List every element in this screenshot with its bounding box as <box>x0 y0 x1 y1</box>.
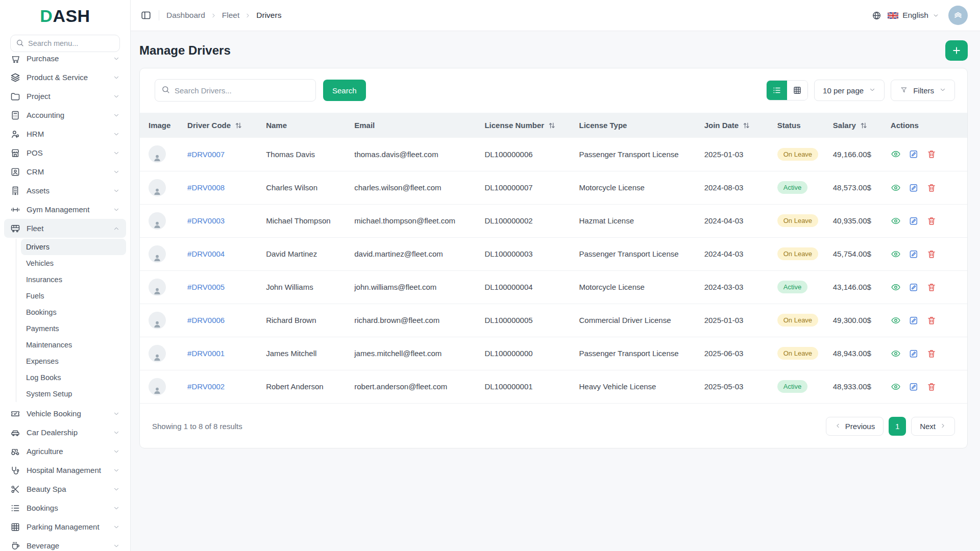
actions-cell <box>886 304 967 337</box>
sort-icon[interactable] <box>234 121 242 130</box>
previous-page-button[interactable]: Previous <box>826 417 884 436</box>
sidebar-item-parking-management[interactable]: Parking Management <box>4 517 126 536</box>
driver-code-link[interactable]: #DRV0003 <box>187 216 225 225</box>
sidebar-item-accounting[interactable]: Accounting <box>4 106 126 124</box>
sidebar-subitem-maintenances[interactable]: Maintenances <box>21 337 126 353</box>
sidebar-subitem-vehicles[interactable]: Vehicles <box>21 255 126 271</box>
next-page-button[interactable]: Next <box>911 417 955 436</box>
edit-button[interactable] <box>909 149 919 159</box>
edit-icon <box>909 348 919 359</box>
drivers-search-input[interactable] <box>175 86 309 95</box>
sidebar-subitem-payments[interactable]: Payments <box>21 320 126 337</box>
driver-code-link[interactable]: #DRV0007 <box>187 150 225 159</box>
view-button[interactable] <box>891 249 901 259</box>
driver-code-link[interactable]: #DRV0004 <box>187 249 225 258</box>
edit-button[interactable] <box>909 183 919 193</box>
sidebar-item-agriculture[interactable]: Agriculture <box>4 442 126 461</box>
edit-button[interactable] <box>909 348 919 359</box>
sort-icon[interactable] <box>548 121 556 130</box>
delete-button[interactable] <box>926 382 937 392</box>
sidebar-item-gym-management[interactable]: Gym Management <box>4 200 126 219</box>
delete-button[interactable] <box>926 183 937 193</box>
sidebar-item-purchase[interactable]: Purchase <box>4 56 126 68</box>
sidebar-subitem-insurances[interactable]: Insurances <box>21 271 126 288</box>
sidebar-item-hospital-management[interactable]: Hospital Management <box>4 461 126 480</box>
actions-cell <box>886 270 967 304</box>
sidebar-item-hrm[interactable]: HRM <box>4 124 126 143</box>
sidebar-item-vehicle-booking[interactable]: Vehicle Booking <box>4 404 126 423</box>
driver-code-link[interactable]: #DRV0001 <box>187 349 225 358</box>
column-header-driver-code[interactable]: Driver Code <box>182 113 261 138</box>
view-button[interactable] <box>891 382 901 392</box>
sidebar-item-assets[interactable]: Assets <box>4 181 126 200</box>
view-button[interactable] <box>891 183 901 193</box>
edit-button[interactable] <box>909 282 919 292</box>
driver-code-link[interactable]: #DRV0006 <box>187 316 225 324</box>
sidebar-subitem-fuels[interactable]: Fuels <box>21 288 126 304</box>
sidebar-item-fleet[interactable]: Fleet <box>4 219 126 238</box>
sort-icon[interactable] <box>742 121 750 130</box>
pagination: Previous 1 Next <box>826 417 955 436</box>
delete-button[interactable] <box>926 315 937 325</box>
column-header-salary[interactable]: Salary <box>828 113 886 138</box>
sidebar-subitem-bookings[interactable]: Bookings <box>21 304 126 320</box>
view-button[interactable] <box>891 315 901 325</box>
view-button[interactable] <box>891 149 901 159</box>
join-date-cell: 2024-04-03 <box>699 237 772 270</box>
sidebar-subitem-log-books[interactable]: Log Books <box>21 369 126 386</box>
column-header-join-date[interactable]: Join Date <box>699 113 772 138</box>
sidebar-item-crm[interactable]: CRM <box>4 162 126 181</box>
sidebar-item-car-dealership[interactable]: Car Dealership <box>4 423 126 442</box>
sidebar-item-project[interactable]: Project <box>4 87 126 106</box>
edit-button[interactable] <box>909 315 919 325</box>
layers-icon <box>10 72 20 83</box>
grid-view-button[interactable] <box>787 81 807 100</box>
column-header-license-number[interactable]: License Number <box>479 113 574 138</box>
sidebar-item-label: Product & Service <box>27 73 107 82</box>
status-cell: On Leave <box>772 237 828 270</box>
sidebar-search-input[interactable] <box>28 39 114 47</box>
delete-button[interactable] <box>926 249 937 259</box>
sidebar-item-product-service[interactable]: Product & Service <box>4 68 126 87</box>
driver-avatar <box>149 179 166 196</box>
view-button[interactable] <box>891 348 901 359</box>
funnel-icon <box>899 86 908 95</box>
page-number-button[interactable]: 1 <box>889 417 906 436</box>
sidebar-item-beauty-spa[interactable]: Beauty Spa <box>4 480 126 498</box>
user-avatar[interactable] <box>948 6 968 25</box>
edit-button[interactable] <box>909 382 919 392</box>
driver-code-cell: #DRV0003 <box>182 204 261 237</box>
globe-icon[interactable] <box>872 11 881 20</box>
delete-button[interactable] <box>926 216 937 226</box>
delete-button[interactable] <box>926 149 937 159</box>
sidebar-subitem-expenses[interactable]: Expenses <box>21 353 126 369</box>
per-page-select[interactable]: 10 per page <box>814 80 885 101</box>
sidebar-item-beverage[interactable]: Beverage <box>4 536 126 551</box>
delete-button[interactable] <box>926 348 937 359</box>
search-button[interactable]: Search <box>323 80 366 101</box>
view-button[interactable] <box>891 282 901 292</box>
sidebar-subitem-drivers[interactable]: Drivers <box>21 239 126 255</box>
driver-code-link[interactable]: #DRV0002 <box>187 382 225 391</box>
edit-icon <box>909 315 919 325</box>
view-button[interactable] <box>891 216 901 226</box>
breadcrumb-fleet[interactable]: Fleet <box>222 11 239 20</box>
edit-button[interactable] <box>909 249 919 259</box>
app-logo[interactable]: DASH <box>0 0 130 32</box>
sidebar-item-bookings[interactable]: Bookings <box>4 498 126 517</box>
sidebar-toggle-icon[interactable] <box>140 10 152 21</box>
eye-icon <box>891 315 901 325</box>
filters-button[interactable]: Filters <box>891 80 955 101</box>
delete-button[interactable] <box>926 282 937 292</box>
edit-button[interactable] <box>909 216 919 226</box>
breadcrumb-dashboard[interactable]: Dashboard <box>166 11 205 20</box>
list-view-button[interactable] <box>767 81 787 100</box>
sidebar-subitem-system-setup[interactable]: System Setup <box>21 386 126 402</box>
add-driver-button[interactable] <box>945 40 968 61</box>
column-header-actions: Actions <box>886 113 967 138</box>
sidebar-item-pos[interactable]: POS <box>4 143 126 162</box>
sort-icon[interactable] <box>860 121 868 130</box>
driver-code-link[interactable]: #DRV0005 <box>187 283 225 291</box>
language-selector[interactable]: English <box>888 11 939 20</box>
driver-code-link[interactable]: #DRV0008 <box>187 183 225 192</box>
